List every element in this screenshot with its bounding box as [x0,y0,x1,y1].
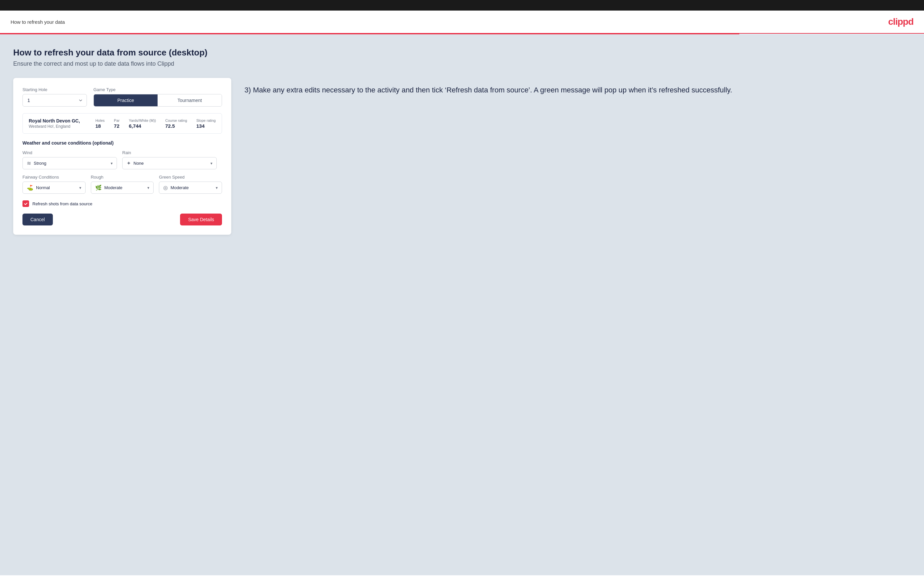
slope-rating-value: 134 [196,123,205,129]
slope-rating-label: Slope rating [196,119,216,122]
wind-chevron-icon: ▾ [111,161,113,166]
course-info-box: Royal North Devon GC, Westward Ho!, Engl… [23,113,222,134]
fairway-label: Fairway Conditions [23,175,86,180]
green-speed-chevron-icon: ▾ [216,185,218,190]
fairway-select[interactable]: Normal Soft Hard [36,185,78,190]
refresh-checkbox[interactable] [23,200,29,207]
conditions-second-row: Fairway Conditions ⛳ Normal Soft Hard ▾ … [23,175,222,194]
game-type-group: Game Type Practice Tournament [94,87,222,106]
yards-value: 6,744 [129,123,141,129]
footer: Copyright Clippd 2022 [0,575,924,577]
rain-chevron-icon: ▾ [210,161,212,166]
yards-stat: Yards/White (M)) 6,744 [129,119,156,129]
yards-label: Yards/White (M)) [129,119,156,122]
logo: clippd [888,16,913,27]
par-stat: Par 72 [114,119,120,129]
rain-icon: ✦ [126,160,131,166]
rough-select-wrapper[interactable]: 🌿 Moderate Light Heavy ▾ [91,182,154,194]
wind-label: Wind [23,150,117,155]
wind-group: Wind ≋ Strong Light None ▾ [23,150,117,169]
wind-icon: ≋ [27,160,31,166]
fairway-select-wrapper[interactable]: ⛳ Normal Soft Hard ▾ [23,182,86,194]
rain-select-wrapper[interactable]: ✦ None Light Heavy ▾ [122,157,217,169]
game-type-buttons: Practice Tournament [94,94,222,106]
rough-group: Rough 🌿 Moderate Light Heavy ▾ [91,175,154,194]
course-name: Royal North Devon GC, [29,118,80,124]
main-content: How to refresh your data from source (de… [0,34,924,575]
form-card: Starting Hole 1 10 Game Type Practice To… [13,78,231,235]
slope-rating-stat: Slope rating 134 [196,119,216,129]
top-bar [0,0,924,11]
par-value: 72 [114,123,120,129]
header-title: How to refresh your data [11,19,65,25]
holes-label: Holes [95,119,105,122]
refresh-label: Refresh shots from data source [32,201,92,206]
fairway-chevron-icon: ▾ [79,185,81,190]
wind-select[interactable]: Strong Light None [34,161,109,166]
practice-button[interactable]: Practice [94,94,158,106]
green-speed-group: Green Speed ◎ Moderate Slow Fast ▾ [159,175,222,194]
rough-icon: 🌿 [95,185,102,191]
rain-select[interactable]: None Light Heavy [134,161,209,166]
rough-label: Rough [91,175,154,180]
tournament-button[interactable]: Tournament [158,94,222,106]
course-stats: Holes 18 Par 72 Yards/White (M)) 6,744 C… [95,119,216,129]
green-speed-select[interactable]: Moderate Slow Fast [170,185,215,190]
page-heading: How to refresh your data from source (de… [13,48,911,58]
starting-hole-select[interactable]: 1 10 [23,94,87,106]
par-label: Par [114,119,120,122]
wind-rain-row: Wind ≋ Strong Light None ▾ Rain ✦ [23,150,222,169]
green-speed-label: Green Speed [159,175,222,180]
rough-chevron-icon: ▾ [147,185,149,190]
holes-value: 18 [95,123,101,129]
course-location: Westward Ho!, England [29,124,80,129]
wind-select-wrapper[interactable]: ≋ Strong Light None ▾ [23,157,117,169]
course-rating-label: Course rating [165,119,187,122]
course-rating-value: 72.5 [165,123,175,129]
refresh-row: Refresh shots from data source [23,200,222,207]
save-button[interactable]: Save Details [180,214,222,226]
header: How to refresh your data clippd [0,11,924,34]
starting-hole-label: Starting Hole [23,87,87,92]
cancel-button[interactable]: Cancel [23,214,53,226]
rain-group: Rain ✦ None Light Heavy ▾ [122,150,217,169]
starting-hole-group: Starting Hole 1 10 [23,87,87,106]
description-text: 3) Make any extra edits necessary to the… [244,84,911,95]
game-type-label: Game Type [94,87,222,92]
page-subheading: Ensure the correct and most up to date d… [13,60,911,67]
action-row: Cancel Save Details [23,214,222,226]
content-area: Starting Hole 1 10 Game Type Practice To… [13,78,911,235]
course-rating-stat: Course rating 72.5 [165,119,187,129]
green-speed-select-wrapper[interactable]: ◎ Moderate Slow Fast ▾ [159,182,222,194]
checkmark-icon [24,202,28,206]
holes-stat: Holes 18 [95,119,105,129]
green-speed-icon: ◎ [163,185,168,191]
course-name-group: Royal North Devon GC, Westward Ho!, Engl… [29,118,80,129]
conditions-title: Weather and course conditions (optional) [23,140,222,145]
fairway-group: Fairway Conditions ⛳ Normal Soft Hard ▾ [23,175,86,194]
rough-select[interactable]: Moderate Light Heavy [104,185,146,190]
fairway-icon: ⛳ [27,185,33,191]
hole-gametype-row: Starting Hole 1 10 Game Type Practice To… [23,87,222,106]
rain-label: Rain [122,150,217,155]
right-description: 3) Make any extra edits necessary to the… [244,78,911,95]
